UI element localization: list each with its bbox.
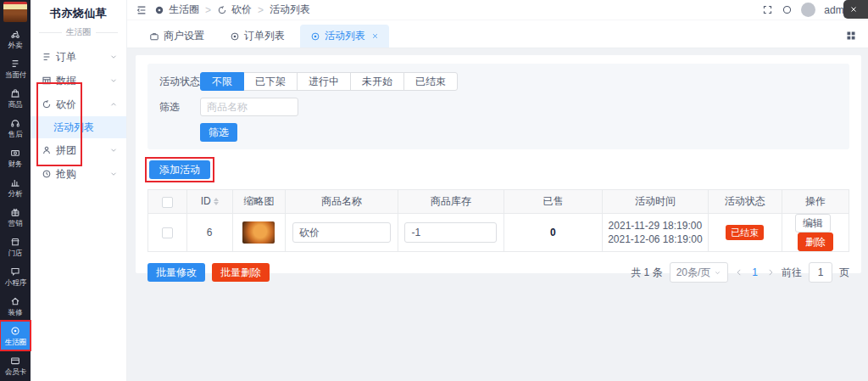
col-header-time: 活动时间	[603, 190, 709, 214]
list-icon	[10, 59, 20, 69]
menu-item-activity-list[interactable]: 活动列表	[31, 116, 126, 138]
product-name-cell-input[interactable]	[292, 222, 391, 243]
ring-icon	[10, 326, 20, 336]
sidebar-item-label: 外卖	[8, 41, 22, 49]
status-option-all[interactable]: 不限	[200, 72, 244, 91]
tab-label: 活动列表	[325, 29, 365, 43]
sidebar-item-stores[interactable]: 门店	[0, 232, 31, 261]
target-icon	[154, 5, 164, 15]
menu-item-data[interactable]: 数据	[31, 69, 126, 92]
brand-logo[interactable]	[3, 2, 27, 22]
breadcrumb-item[interactable]: 生活圈	[169, 3, 199, 17]
app-window: 外卖 当面付 商品 售后 财务 分析 营销 门店	[0, 0, 868, 381]
sidebar-item-aftersale[interactable]: 售后	[0, 113, 31, 143]
sidebar-item-analytics[interactable]: 分析	[0, 172, 31, 202]
sidebar-item-label: 商品	[8, 100, 22, 109]
status-option-ongoing[interactable]: 进行中	[297, 72, 351, 91]
sidebar-item-label: 会员卡	[4, 367, 26, 376]
table-header-row: ID 缩略图 商品名称 商品库存 已售 活动时间 活动状态 操作	[148, 190, 849, 214]
sidebar-item-takeout[interactable]: 外卖	[0, 24, 31, 53]
chevron-down-icon	[109, 146, 118, 154]
menu-fold-icon[interactable]	[136, 4, 147, 16]
sidebar-item-finance[interactable]: 财务	[0, 143, 31, 172]
goto-label: 前往	[782, 266, 802, 280]
menu-item-group-buy[interactable]: 拼团	[31, 138, 126, 162]
sidebar-item-facepay[interactable]: 当面付	[0, 53, 31, 83]
sidebar-item-marketing[interactable]: 营销	[0, 202, 31, 232]
sidebar-item-label: 当面付	[4, 70, 26, 79]
refresh-icon[interactable]	[782, 4, 793, 15]
annotation-box-add: 添加活动	[145, 157, 214, 182]
sidebar-item-member-card[interactable]: 会员卡	[0, 350, 31, 380]
col-header-actions: 操作	[782, 190, 849, 214]
sidebar-item-label: 门店	[8, 249, 22, 257]
sidebar-item-life-circle[interactable]: 生活圈	[0, 321, 31, 350]
breadcrumb-item[interactable]: 砍价	[231, 3, 252, 17]
col-header-id[interactable]: ID	[186, 190, 232, 214]
content-card: 活动状态 不限 已下架 进行中 未开始 已结束 筛选 筛选 添加活动	[136, 55, 861, 273]
shopping-bag-icon	[10, 88, 20, 98]
target-icon	[230, 31, 240, 42]
home-icon	[10, 296, 20, 306]
chevron-down-icon	[109, 170, 118, 178]
add-activity-button[interactable]: 添加活动	[149, 160, 210, 179]
tab-activity-list[interactable]: 活动列表	[300, 25, 389, 48]
delete-button[interactable]: 删除	[798, 233, 833, 251]
batch-edit-button[interactable]: 批量修改	[147, 263, 205, 282]
current-page[interactable]: 1	[750, 266, 760, 278]
sidebar-item-goods[interactable]: 商品	[0, 83, 31, 113]
cell-id: 6	[186, 214, 232, 252]
sidebar-item-label: 分析	[8, 189, 22, 198]
fullscreen-icon[interactable]	[762, 4, 773, 15]
status-option-offline[interactable]: 已下架	[243, 72, 298, 91]
cell-sold: 0	[550, 227, 556, 238]
menu-item-label: 砍价	[56, 98, 76, 112]
sidebar-item-decoration[interactable]: 装修	[0, 291, 31, 321]
close-overlay-button[interactable]	[843, 0, 868, 19]
sidebar-item-label: 财务	[8, 160, 22, 168]
tab-options-icon[interactable]	[846, 31, 856, 41]
time-end: 2021-12-06 18:19:00	[603, 233, 708, 246]
card-icon	[10, 356, 20, 366]
edit-button[interactable]: 编辑	[795, 214, 831, 233]
filter-panel: 活动状态 不限 已下架 进行中 未开始 已结束 筛选 筛选	[147, 64, 849, 149]
next-page-icon[interactable]	[766, 268, 775, 277]
briefcase-icon	[149, 31, 159, 42]
table-row: 6 0 2021-11-29 18:19:00 2021-12-06 18:19…	[148, 214, 849, 252]
product-name-input[interactable]	[200, 98, 298, 116]
menu-item-flash-sale[interactable]: 抢购	[31, 162, 126, 186]
tab-strip: 商户设置 订单列表 活动列表	[127, 20, 868, 48]
page-size-select[interactable]: 20条/页	[670, 262, 729, 283]
grid-icon	[42, 76, 52, 86]
tab-order-list[interactable]: 订单列表	[220, 25, 295, 48]
bargain-icon	[217, 5, 227, 15]
total-count: 共 1 条	[631, 266, 662, 280]
cell-time: 2021-11-29 18:19:00 2021-12-06 18:19:00	[603, 214, 709, 252]
stock-cell-input[interactable]	[404, 222, 497, 243]
bar-chart-icon	[10, 177, 20, 188]
product-thumbnail[interactable]	[242, 221, 275, 244]
money-icon	[10, 148, 20, 158]
filter-submit-button[interactable]: 筛选	[200, 123, 237, 142]
sidebar-item-miniprogram[interactable]: 小程序	[0, 261, 31, 291]
select-all-checkbox[interactable]	[162, 197, 173, 208]
sort-icon[interactable]	[214, 195, 219, 208]
goto-page-input[interactable]	[809, 262, 832, 283]
avatar[interactable]	[801, 3, 815, 17]
sidebar-item-label: 装修	[8, 308, 22, 317]
close-tab-icon[interactable]	[371, 32, 379, 40]
batch-delete-button[interactable]: 批量删除	[212, 263, 270, 282]
menu-item-label: 拼团	[56, 143, 76, 158]
search-filter-label: 筛选	[159, 100, 200, 115]
breadcrumb-item: 活动列表	[270, 3, 310, 17]
row-checkbox[interactable]	[162, 227, 173, 238]
card-footer: 批量修改 批量删除 共 1 条 20条/页 1 前往 页	[147, 262, 849, 283]
status-option-ended[interactable]: 已结束	[403, 72, 458, 91]
menu-item-bargain[interactable]: 砍价	[31, 92, 126, 116]
col-header-status: 活动状态	[708, 190, 782, 214]
status-option-not-started[interactable]: 未开始	[350, 72, 404, 91]
menu-item-label: 活动列表	[53, 120, 94, 135]
prev-page-icon[interactable]	[735, 268, 743, 277]
menu-item-orders[interactable]: 订单	[31, 45, 126, 69]
tab-merchant-settings[interactable]: 商户设置	[139, 25, 214, 48]
